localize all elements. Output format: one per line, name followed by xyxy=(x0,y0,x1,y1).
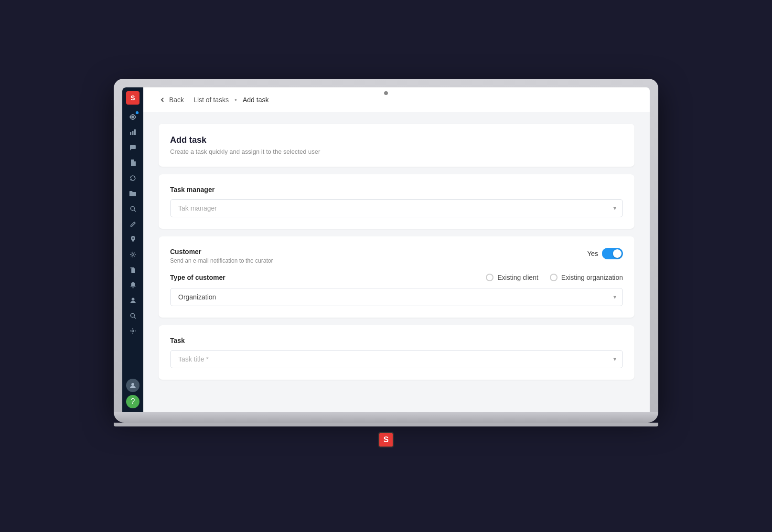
sidebar-icon-chart[interactable] xyxy=(126,126,139,139)
customer-type-select[interactable]: Organization xyxy=(170,288,623,306)
svg-rect-2 xyxy=(132,131,134,135)
svg-point-9 xyxy=(130,313,134,317)
customer-title-group: Customer Send an e-mail notification to … xyxy=(170,248,273,264)
svg-line-10 xyxy=(134,317,136,319)
task-manager-select[interactable]: Tak manager xyxy=(170,199,623,217)
email-notification-toggle[interactable] xyxy=(602,248,623,259)
svg-line-5 xyxy=(134,210,136,212)
task-manager-card: Task manager Tak manager ▾ xyxy=(159,174,634,229)
breadcrumb-separator: • xyxy=(235,96,237,104)
customer-card: Customer Send an e-mail notification to … xyxy=(159,236,634,318)
bottom-logo: S xyxy=(378,432,394,447)
sidebar-icon-chat[interactable] xyxy=(126,141,139,154)
customer-type-dropdown-wrapper: Organization ▾ xyxy=(170,288,623,306)
svg-rect-1 xyxy=(130,132,131,135)
add-task-header-card: Add task Create a task quickly and assig… xyxy=(159,124,634,167)
svg-point-0 xyxy=(131,116,134,118)
svg-point-12 xyxy=(131,383,134,386)
sidebar-icon-gear[interactable] xyxy=(126,324,139,338)
sidebar-icon-copy[interactable] xyxy=(126,263,139,277)
customer-type-radio-group: Existing client Existing organization xyxy=(486,274,623,281)
svg-rect-3 xyxy=(134,129,136,135)
task-manager-label: Task manager xyxy=(170,186,623,193)
type-of-customer-label: Type of customer xyxy=(170,274,225,281)
breadcrumb-current: Add task xyxy=(243,96,268,104)
svg-point-6 xyxy=(132,254,134,255)
type-of-customer-row: Type of customer Existing client Existin… xyxy=(170,274,623,281)
main-area: Back List of tasks • Add task Add task C… xyxy=(143,87,650,412)
sidebar-support-button[interactable]: ? xyxy=(126,395,139,408)
customer-header: Customer Send an e-mail notification to … xyxy=(170,248,623,264)
existing-client-radio[interactable]: Existing client xyxy=(486,274,538,281)
sidebar-icon-edit[interactable] xyxy=(126,217,139,231)
task-label: Task xyxy=(170,337,623,344)
page-title: Add task xyxy=(170,135,623,145)
existing-org-label: Existing organization xyxy=(561,274,623,281)
sidebar-icon-doc[interactable] xyxy=(126,156,139,170)
page-header: Back List of tasks • Add task xyxy=(143,87,650,112)
sidebar-icon-search[interactable] xyxy=(126,202,139,215)
content-area: Add task Create a task quickly and assig… xyxy=(143,112,650,412)
sidebar-icon-pin[interactable] xyxy=(126,233,139,246)
task-title-dropdown-wrapper: Task title * ▾ xyxy=(170,350,623,368)
sidebar-icon-search2[interactable] xyxy=(126,309,139,322)
toggle-yes-label: Yes xyxy=(587,250,598,257)
sidebar-icon-user[interactable] xyxy=(126,294,139,307)
existing-client-radio-circle xyxy=(486,274,493,281)
existing-org-radio-circle xyxy=(550,274,558,281)
sidebar: S xyxy=(122,87,143,412)
sidebar-avatar[interactable] xyxy=(126,379,139,392)
task-card: Task Task title * ▾ xyxy=(159,325,634,380)
email-notification-toggle-group: Yes xyxy=(587,248,623,259)
sidebar-icon-refresh[interactable] xyxy=(126,171,139,185)
customer-subtitle: Send an e-mail notification to the curat… xyxy=(170,257,273,264)
sidebar-icon-settings[interactable] xyxy=(126,248,139,261)
svg-rect-7 xyxy=(131,268,135,273)
existing-org-radio[interactable]: Existing organization xyxy=(550,274,623,281)
sidebar-icon-folder[interactable] xyxy=(126,187,139,200)
sidebar-logo[interactable]: S xyxy=(126,91,139,105)
page-subtitle: Create a task quickly and assign it to t… xyxy=(170,148,623,155)
sidebar-icon-bell[interactable] xyxy=(126,278,139,292)
svg-point-8 xyxy=(131,298,134,301)
customer-label: Customer xyxy=(170,248,273,255)
svg-point-11 xyxy=(132,330,134,332)
breadcrumb-list: List of tasks xyxy=(193,96,229,104)
existing-client-label: Existing client xyxy=(497,274,538,281)
organization-dropdown-wrapper-outer: Organization ▾ xyxy=(170,288,623,306)
svg-point-4 xyxy=(130,206,134,210)
back-button[interactable]: Back xyxy=(155,94,188,106)
bottom-logo-area: S xyxy=(378,426,394,453)
sidebar-icon-eye[interactable] xyxy=(126,110,139,124)
task-title-select[interactable]: Task title * xyxy=(170,350,623,368)
task-manager-dropdown-wrapper: Tak manager ▾ xyxy=(170,199,623,217)
